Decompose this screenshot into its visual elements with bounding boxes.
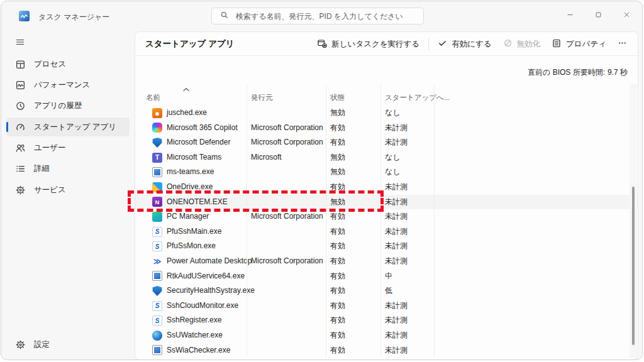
sidebar-item-label: スタートアップ アプリ xyxy=(34,122,116,133)
sidebar-item-label: プロセス xyxy=(34,59,66,70)
row-status: 有効 xyxy=(330,254,345,269)
more-options-button[interactable] xyxy=(612,35,633,53)
row-impact: なし xyxy=(385,150,401,165)
close-button[interactable] xyxy=(613,1,641,30)
check-icon xyxy=(438,38,447,50)
row-impact: 未計測 xyxy=(385,224,408,239)
row-status: 有効 xyxy=(330,224,345,239)
run-new-task-button[interactable]: 新しいタスクを実行する xyxy=(311,35,425,53)
column-header-status[interactable]: 状態 xyxy=(330,93,345,102)
table-row[interactable]: Microsoft 365 Copilot Microsoft Corporat… xyxy=(135,121,638,136)
table-row[interactable]: ONENOTEM.EXE 無効 未計測 xyxy=(135,195,638,210)
table-row[interactable]: SshRegister.exe 有効 未計測 xyxy=(135,313,638,328)
pfu-doc-icon xyxy=(152,241,162,251)
sidebar-item-processes[interactable]: プロセス xyxy=(6,55,130,74)
table-row[interactable]: Microsoft Defender Microsoft Corporation… xyxy=(135,135,638,150)
sidebar-item-users[interactable]: ユーザー xyxy=(6,139,130,158)
row-status: 有効 xyxy=(330,328,345,343)
enable-button[interactable]: 有効にする xyxy=(432,35,497,53)
sidebar-item-app-history[interactable]: アプリの履歴 xyxy=(6,97,130,116)
sort-ascending-icon xyxy=(183,85,189,93)
row-publisher: Microsoft Corporation xyxy=(251,135,323,150)
row-impact: 未計測 xyxy=(385,180,408,195)
column-header-publisher[interactable]: 発行元 xyxy=(251,93,273,102)
table-row[interactable] xyxy=(135,358,638,360)
settings-label: 設定 xyxy=(34,339,50,350)
disable-button[interactable]: 無効化 xyxy=(497,35,547,53)
row-name: PfuSsMon.exe xyxy=(167,239,216,254)
row-name: SecurityHealthSystray.exe xyxy=(167,283,255,299)
row-status: 有効 xyxy=(330,121,345,136)
row-status: 有効 xyxy=(330,135,345,150)
properties-button[interactable]: プロパティ xyxy=(546,35,612,53)
table-row[interactable]: SsUWatcher.exe 有効 未計測 xyxy=(135,328,638,343)
sidebar-item-services[interactable]: サービス xyxy=(6,180,130,199)
column-divider[interactable] xyxy=(247,85,247,356)
table-row[interactable]: PC Manager Microsoft Corporation 有効 未計測 xyxy=(135,209,638,224)
onenote-icon xyxy=(152,197,162,207)
sidebar-item-settings[interactable]: 設定 xyxy=(6,335,130,354)
sidebar-item-details[interactable]: 詳細 xyxy=(6,160,130,178)
history-icon xyxy=(15,101,26,111)
row-name: OneDrive.exe xyxy=(167,180,213,195)
sidebar-item-startup-apps[interactable]: スタートアップ アプリ xyxy=(6,118,130,136)
row-impact: 未計測 xyxy=(385,135,408,150)
row-status: 有効 xyxy=(330,299,345,314)
power-automate-icon xyxy=(152,256,162,266)
properties-label: プロパティ xyxy=(566,39,606,50)
row-status: 無効 xyxy=(330,106,345,121)
column-divider[interactable] xyxy=(326,85,326,356)
table-row[interactable]: PfuSshMain.exe 有効 未計測 xyxy=(135,224,638,239)
bios-time-label: 直前の BIOS 所要時間: xyxy=(528,67,605,78)
column-divider[interactable] xyxy=(380,85,381,356)
row-status: 無効 xyxy=(330,195,345,210)
search-input[interactable] xyxy=(236,12,423,21)
table-row[interactable]: SecurityHealthSystray.exe 有効 低 xyxy=(135,283,638,299)
row-name: Microsoft Teams xyxy=(167,150,221,165)
table-row[interactable]: Power Automate Desktop Microsoft Corpora… xyxy=(135,254,638,269)
row-status: 有効 xyxy=(330,239,345,254)
row-name: SshCloudMonitor.exe xyxy=(167,299,238,314)
sidebar-item-label: アプリの履歴 xyxy=(34,101,82,111)
row-publisher: Microsoft Corporation xyxy=(251,209,323,224)
row-impact: 未計測 xyxy=(385,299,408,314)
table-row[interactable]: SshCloudMonitor.exe 有効 未計測 xyxy=(135,299,638,314)
column-header-impact[interactable]: スタートアップへ... xyxy=(385,93,450,102)
table-row[interactable]: RtkAudUService64.exe 有効 中 xyxy=(135,269,638,284)
row-publisher: Microsoft Corporation xyxy=(251,121,323,136)
hamburger-icon xyxy=(15,37,25,50)
table-row[interactable]: Microsoft Teams Microsoft 無効 なし xyxy=(135,150,638,165)
task-manager-window: タスク マネージャー プロセス パフォーマンス アプリの履歴 スタートアップ ア… xyxy=(1,1,643,360)
services-icon xyxy=(15,185,26,195)
table-row[interactable]: ms-teams.exe 無効 なし xyxy=(135,165,638,180)
sidebar-nav: プロセス パフォーマンス アプリの履歴 スタートアップ アプリ ユーザー 詳細 … xyxy=(1,55,135,202)
sidebar-item-label: サービス xyxy=(34,185,66,195)
pc-manager-icon xyxy=(152,212,162,222)
scrollbar-thumb[interactable] xyxy=(632,187,635,345)
table-row[interactable]: PfuSsMon.exe 有効 未計測 xyxy=(135,239,638,254)
row-status: 有効 xyxy=(330,283,345,299)
sidebar-item-performance[interactable]: パフォーマンス xyxy=(6,75,130,94)
gear-icon xyxy=(15,339,26,350)
row-name: ONENOTEM.EXE xyxy=(167,195,228,210)
enable-label: 有効にする xyxy=(452,39,491,50)
table-row[interactable]: OneDrive.exe 有効 未計測 xyxy=(135,180,638,195)
page-title: スタートアップ アプリ xyxy=(145,38,235,50)
generic-app-icon xyxy=(152,167,162,177)
properties-icon xyxy=(552,38,562,50)
maximize-button[interactable] xyxy=(584,1,613,30)
row-publisher: Microsoft xyxy=(251,150,282,165)
table-body: jusched.exe 無効 なし Microsoft 365 Copilot … xyxy=(135,106,638,360)
search-box[interactable] xyxy=(211,8,424,25)
navigation-menu-button[interactable] xyxy=(10,35,35,52)
table-row[interactable]: SsWiaChecker.exe 有効 未計測 xyxy=(135,343,638,358)
defender-shield-icon xyxy=(152,138,162,148)
row-name: SsWiaChecker.exe xyxy=(167,343,230,358)
column-divider[interactable] xyxy=(434,85,435,356)
processes-icon xyxy=(15,59,26,70)
table-row[interactable]: jusched.exe 無効 なし xyxy=(135,106,638,121)
row-name: jusched.exe xyxy=(167,106,207,121)
column-header-name[interactable]: 名前 xyxy=(146,93,160,102)
row-impact: 未計測 xyxy=(385,254,408,269)
minimize-button[interactable] xyxy=(556,1,584,30)
